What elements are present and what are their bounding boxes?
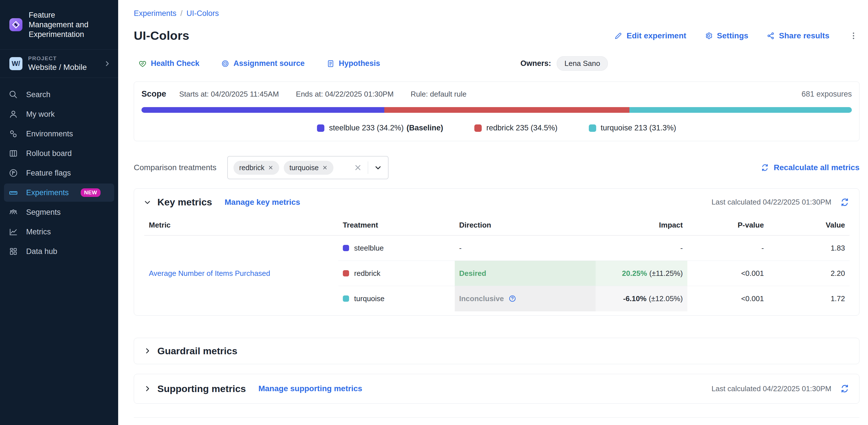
owners: Owners: Lena Sano — [520, 56, 608, 71]
dist-segment-redbrick — [384, 107, 629, 113]
project-name: Website / Mobile — [28, 63, 98, 72]
sidebar-nav: Search My work Environments Rollout boar… — [0, 78, 118, 262]
exposures-count: 681 exposures — [802, 90, 852, 98]
gear-icon — [704, 32, 713, 40]
owner-chip[interactable]: Lena Sano — [557, 56, 608, 71]
line-chart-icon — [8, 227, 19, 237]
expand-supporting-icon[interactable] — [143, 384, 152, 393]
grid-icon — [8, 247, 19, 256]
value-cell: 1.83 — [768, 236, 849, 261]
breadcrumb: Experiments / UI-Colors — [134, 0, 860, 18]
direction-cell: Desired — [455, 261, 596, 286]
legend-item-redbrick: redbrick 235 (34.5%) — [474, 124, 558, 132]
more-options-kebab-icon[interactable] — [847, 30, 860, 42]
hexagons-icon — [8, 129, 19, 139]
legend-item-steelblue: steelblue 233 (34.2%) (Baseline) — [317, 124, 443, 132]
impact-cell: - — [596, 236, 687, 261]
table-header-row: Metric Treatment Direction Impact P-valu… — [144, 214, 849, 236]
metric-link[interactable]: Average Number of Items Purchased — [149, 269, 270, 278]
product-title: Feature Management and Experimentation — [29, 10, 100, 39]
project-switcher[interactable]: W/ PROJECT Website / Mobile — [0, 50, 118, 78]
comparison-treatments-label: Comparison treatments — [134, 163, 216, 172]
edit-experiment-button[interactable]: Edit experiment — [614, 31, 686, 40]
expand-guardrail-icon[interactable] — [143, 346, 152, 355]
owners-label: Owners: — [520, 59, 551, 68]
breadcrumb-current[interactable]: UI-Colors — [187, 9, 219, 18]
breadcrumb-experiments[interactable]: Experiments — [134, 9, 176, 18]
scope-card: Scope Starts at: 04/20/2025 11:45AM Ends… — [134, 82, 860, 141]
distribution-legend: steelblue 233 (34.2%) (Baseline) redbric… — [142, 124, 852, 132]
comparison-treatments-select[interactable]: redbrick turquoise — [227, 156, 389, 179]
clear-selection-icon[interactable] — [353, 163, 362, 172]
remove-turquoise-icon[interactable] — [322, 165, 328, 171]
turquoise-swatch — [343, 296, 349, 302]
refresh-icon — [761, 163, 769, 172]
sidebar-item-data-hub[interactable]: Data hub — [4, 242, 114, 261]
baseline-tag: (Baseline) — [406, 124, 443, 132]
treatment-cell: turquoise — [338, 286, 455, 311]
supporting-metrics-title: Supporting metrics — [157, 383, 246, 394]
turquoise-swatch — [589, 124, 596, 132]
col-value: Value — [768, 214, 849, 236]
comparison-row: Comparison treatments redbrick turquoise — [134, 156, 860, 179]
col-metric: Metric — [144, 214, 338, 236]
sidebar-item-metrics[interactable]: Metrics — [4, 223, 114, 241]
supporting-refresh-icon[interactable] — [839, 383, 850, 394]
sidebar-item-feature-flags[interactable]: Feature flags — [4, 164, 114, 182]
key-metrics-table: Metric Treatment Direction Impact P-valu… — [144, 214, 849, 311]
key-metrics-title: Key metrics — [157, 196, 212, 208]
brand[interactable]: Feature Management and Experimentation — [0, 0, 118, 50]
supporting-metrics-card[interactable]: Supporting metrics Manage supporting met… — [134, 374, 860, 404]
sidebar-item-environments[interactable]: Environments — [4, 125, 114, 143]
scope-rule: Rule: default rule — [411, 90, 467, 98]
health-check-link[interactable]: Health Check — [138, 59, 199, 68]
recalculate-all-metrics-link[interactable]: Recalculate all metrics — [761, 163, 860, 172]
col-impact: Impact — [596, 214, 687, 236]
breadcrumb-separator: / — [180, 9, 183, 18]
assignment-source-link[interactable]: Assignment source — [221, 59, 305, 68]
treatment-distribution-bar — [142, 107, 852, 113]
dist-segment-turquoise — [629, 107, 852, 113]
search-icon — [8, 90, 19, 99]
main-content: Experiments / UI-Colors UI-Colors Edit e… — [118, 0, 868, 425]
document-icon — [327, 59, 335, 68]
scope-ends: Ends at: 04/22/2025 01:30PM — [296, 90, 394, 98]
remove-redbrick-icon[interactable] — [268, 165, 274, 171]
hypothesis-link[interactable]: Hypothesis — [327, 59, 380, 68]
impact-cell: -6.10%(±12.05%) — [596, 286, 687, 311]
page-bottom-divider — [134, 417, 860, 418]
manage-key-metrics-link[interactable]: Manage key metrics — [225, 198, 300, 207]
split-logo-icon — [9, 18, 23, 31]
col-direction: Direction — [455, 214, 596, 236]
guardrail-metrics-card[interactable]: Guardrail metrics — [134, 338, 860, 364]
p-value-cell: <0.001 — [687, 286, 769, 311]
meta-row: Health Check Assignment source Hypothesi… — [134, 56, 860, 71]
share-icon — [767, 32, 775, 40]
sidebar-item-search[interactable]: Search — [4, 86, 114, 104]
manage-supporting-metrics-link[interactable]: Manage supporting metrics — [258, 384, 363, 393]
col-p-value: P-value — [687, 214, 769, 236]
key-metrics-refresh-icon[interactable] — [839, 197, 850, 208]
question-icon[interactable] — [508, 295, 516, 303]
chip-turquoise[interactable]: turquoise — [284, 161, 334, 175]
page-title: UI-Colors — [134, 29, 189, 42]
chevron-right-icon — [103, 60, 111, 67]
sidebar: Feature Management and Experimentation W… — [0, 0, 118, 425]
sidebar-item-experiments[interactable]: Experiments NEW — [4, 184, 114, 202]
scope-starts: Starts at: 04/20/2025 11:45AM — [179, 90, 279, 98]
guardrail-metrics-title: Guardrail metrics — [157, 345, 238, 357]
collapse-key-metrics-icon[interactable] — [143, 198, 152, 207]
sidebar-item-my-work[interactable]: My work — [4, 105, 114, 123]
share-results-button[interactable]: Share results — [767, 31, 829, 40]
ruler-icon — [8, 188, 19, 198]
sidebar-item-segments[interactable]: Segments — [4, 203, 114, 221]
settings-button[interactable]: Settings — [704, 31, 748, 40]
chevron-down-icon[interactable] — [374, 163, 382, 172]
sidebar-item-rollout-board[interactable]: Rollout board — [4, 144, 114, 162]
value-cell: 2.20 — [768, 261, 849, 286]
redbrick-swatch — [474, 124, 482, 132]
chip-redbrick[interactable]: redbrick — [234, 161, 279, 175]
p-value-cell: <0.001 — [687, 261, 769, 286]
heart-check-icon — [138, 59, 147, 68]
new-badge: NEW — [81, 188, 100, 197]
